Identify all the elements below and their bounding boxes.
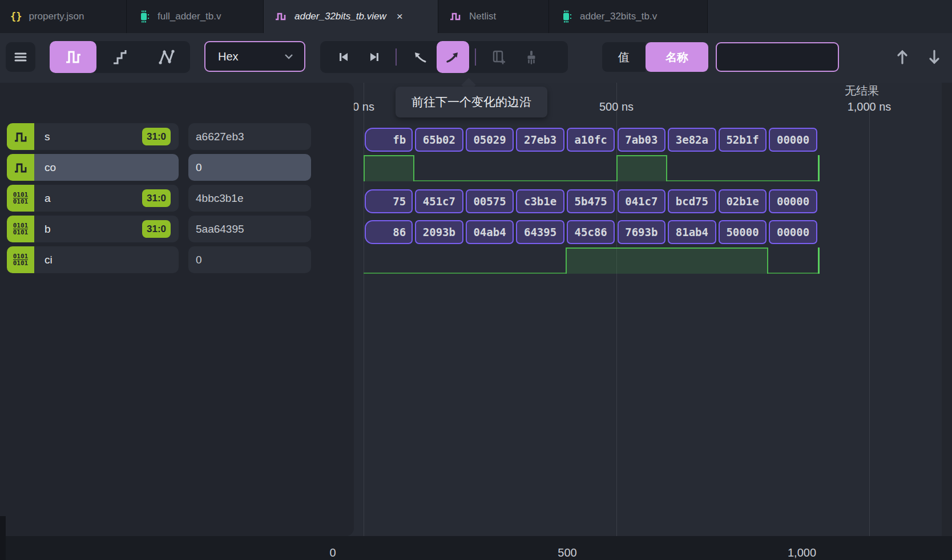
- waveform-toolbar: Hex 值: [0, 33, 952, 83]
- bits-signal-icon: 01010101: [7, 185, 34, 212]
- column-insert-icon: [490, 48, 507, 66]
- close-icon[interactable]: ×: [397, 10, 403, 23]
- bus-value-segment[interactable]: 81ab4: [668, 220, 716, 244]
- bus-value-segment[interactable]: 451c7: [415, 189, 463, 213]
- signal-value: a6627eb3: [196, 131, 244, 143]
- go-to-end-button[interactable]: [359, 49, 390, 65]
- bus-value-segment[interactable]: fb: [365, 128, 413, 152]
- tab-label: full_adder_tb.v: [158, 11, 221, 22]
- bit-low-segment: [667, 180, 819, 181]
- previous-edge-icon: [411, 48, 428, 66]
- bus-value-segment[interactable]: 50000: [719, 220, 767, 244]
- wave-signal-icon: [7, 123, 34, 150]
- bit-low-segment: [414, 180, 616, 181]
- step-icon: [110, 47, 130, 67]
- bit-high-segment: [566, 247, 768, 274]
- wave-icon: [449, 10, 462, 23]
- signal-row-a[interactable]: 01010101 a 31:0 4bbc3b1e: [0, 185, 354, 212]
- bus-value-segment[interactable]: 5b475: [567, 189, 615, 213]
- bus-value-segment[interactable]: 65b02: [415, 128, 463, 152]
- find-previous-button[interactable]: [894, 43, 911, 71]
- hamburger-icon: [13, 50, 28, 64]
- bus-value-segment[interactable]: a10fc: [567, 128, 615, 152]
- signal-value: 0: [196, 161, 202, 174]
- chip-icon: [137, 10, 151, 23]
- bit-rising-edge: [818, 155, 820, 181]
- time-tick-label: 0 ns: [353, 100, 374, 113]
- bit-rising-edge: [818, 247, 820, 274]
- tab-label: Netlist: [469, 11, 496, 22]
- bits-signal-icon: 01010101: [7, 246, 34, 273]
- signal-row-ci[interactable]: 01010101 ci 0: [0, 246, 354, 273]
- time-tick-label: 1,000 ns: [848, 100, 892, 113]
- signal-name: b: [45, 223, 51, 236]
- tab-netlist[interactable]: Netlist: [438, 0, 549, 33]
- tab-property-json[interactable]: {} property.json: [0, 0, 127, 33]
- search-by-name-button[interactable]: 名称: [646, 42, 708, 72]
- signal-row-s[interactable]: s 31:0 a6627eb3: [0, 123, 354, 150]
- minimap-time-bar[interactable]: 05001,000: [0, 536, 952, 560]
- bus-value-segment[interactable]: 3e82a: [668, 128, 716, 152]
- time-gridline: [869, 83, 870, 536]
- bus-value-segment[interactable]: 75: [365, 189, 413, 213]
- signal-row-b[interactable]: 01010101 b 31:0 5aa64395: [0, 216, 354, 242]
- navigation-group: [320, 41, 568, 73]
- arrow-down-icon: [926, 48, 943, 66]
- bus-value-segment[interactable]: c3b1e: [516, 189, 564, 213]
- bus-value-segment[interactable]: 2093b: [415, 220, 463, 244]
- scrollbar-strip[interactable]: [942, 83, 952, 536]
- signal-name: ci: [45, 254, 53, 266]
- signal-value-box: 4bbc3b1e: [188, 185, 311, 212]
- scrollbar-corner: [0, 516, 6, 560]
- go-to-start-button[interactable]: [328, 49, 359, 65]
- menu-button[interactable]: [6, 42, 35, 72]
- find-next-button[interactable]: [926, 43, 943, 71]
- analog-line-icon: [157, 47, 176, 67]
- bus-value-segment[interactable]: 05029: [466, 128, 514, 152]
- bus-value-segment[interactable]: 00000: [769, 189, 817, 213]
- bus-value-segment[interactable]: 04ab4: [466, 220, 514, 244]
- time-gridline: [616, 83, 617, 536]
- tab-label: adder_32bits_tb.view: [295, 11, 386, 22]
- waveform-viewer-app: {} property.json full_adder_tb.v adder_3…: [0, 0, 952, 560]
- bit-low-segment: [364, 273, 566, 274]
- bus-value-segment[interactable]: 00000: [769, 220, 817, 244]
- bus-value-segment[interactable]: 041c7: [618, 189, 666, 213]
- bus-value-segment[interactable]: 7693b: [618, 220, 666, 244]
- bus-value-segment[interactable]: 02b1e: [719, 189, 767, 213]
- signal-row-co[interactable]: co 0: [0, 154, 354, 181]
- bus-value-segment[interactable]: 00000: [769, 128, 817, 152]
- bus-value-segment[interactable]: 64395: [516, 220, 564, 244]
- bus-value-segment[interactable]: 27eb3: [516, 128, 564, 152]
- step-style-button[interactable]: [96, 41, 143, 73]
- insert-marker-button[interactable]: [482, 48, 515, 66]
- bus-value-segment[interactable]: 00575: [466, 189, 514, 213]
- analog-style-button[interactable]: [143, 41, 190, 73]
- tab-full-adder-tb[interactable]: full_adder_tb.v: [127, 0, 264, 33]
- bus-value-segment[interactable]: bcd75: [668, 189, 716, 213]
- skip-to-end-icon: [366, 49, 382, 65]
- search-by-value-button[interactable]: 值: [602, 42, 646, 72]
- signal-name-box: s 31:0: [34, 123, 179, 150]
- minimap-tick-label: 500: [558, 546, 576, 559]
- arrow-up-icon: [894, 48, 911, 66]
- clear-button[interactable]: [515, 48, 548, 66]
- bus-value-segment[interactable]: 86: [365, 220, 413, 244]
- tab-adder-32bits-tb-v[interactable]: adder_32bits_tb.v: [549, 0, 708, 33]
- search-input[interactable]: [716, 42, 839, 72]
- tab-adder-32bits-view[interactable]: adder_32bits_tb.view ×: [264, 0, 438, 33]
- radix-select[interactable]: Hex: [204, 41, 305, 72]
- previous-edge-button[interactable]: [402, 48, 437, 66]
- signal-value: 0: [196, 254, 202, 266]
- bits-signal-icon: 01010101: [7, 216, 34, 242]
- skip-to-start-icon: [336, 49, 352, 65]
- square-wave-style-button[interactable]: [50, 41, 96, 73]
- bus-value-segment[interactable]: 45c86: [567, 220, 615, 244]
- bus-value-segment[interactable]: 7ab03: [618, 128, 666, 152]
- signal-list-panel: s 31:0 a6627eb3 co 0 01010101 a 31:0 4bb…: [0, 83, 354, 536]
- signal-name-box: a 31:0: [34, 185, 179, 212]
- wave-signal-icon: [7, 154, 34, 181]
- next-edge-button[interactable]: [437, 41, 469, 73]
- render-style-group: [50, 41, 190, 73]
- bus-value-segment[interactable]: 52b1f: [719, 128, 767, 152]
